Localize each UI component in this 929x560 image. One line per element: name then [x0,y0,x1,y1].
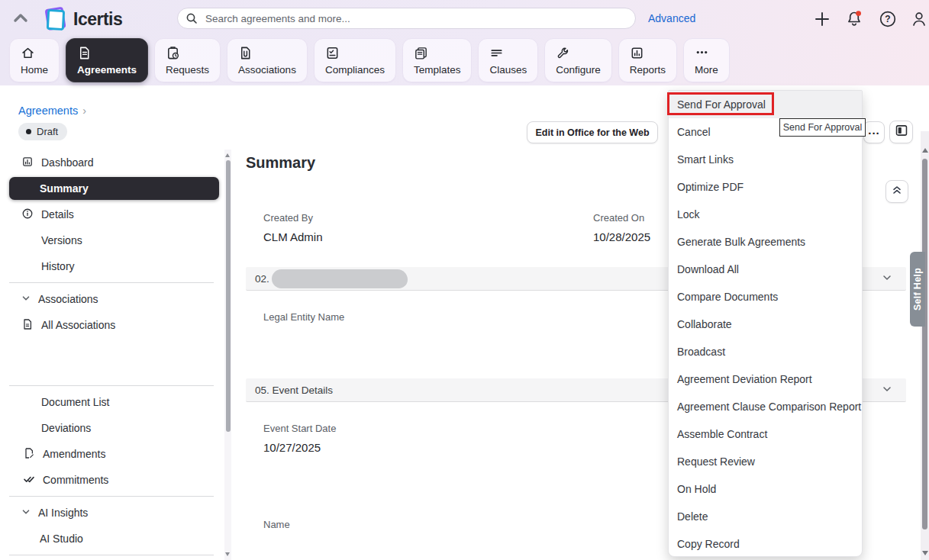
menu-item-label: Collaborate [677,318,732,330]
bell-icon[interactable] [844,9,864,29]
bar-chart-icon [630,46,644,63]
menu-item-delete[interactable]: Delete [669,503,862,530]
edit-in-office-button[interactable]: Edit in Office for the Web [527,121,658,143]
menu-item-request-review[interactable]: Request Review [669,448,862,475]
sidebar-group-ai-insights[interactable]: AI Insights [0,500,221,526]
sidebar-item-versions[interactable]: Versions [0,227,221,253]
sidebar-item-label: Versions [41,234,82,246]
clipboard-clock-icon [166,46,180,63]
advanced-search-link[interactable]: Advanced [648,12,695,24]
icertis-logo[interactable]: Icertis [40,5,122,34]
tab-agreements[interactable]: Agreements [66,38,148,82]
main-scrollbar[interactable] [921,131,929,560]
sidebar-scroll-thumb[interactable] [226,160,231,432]
menu-item-send-for-approval[interactable]: Send For Approval [669,91,862,118]
tab-home[interactable]: Home [9,38,60,82]
menu-item-label: Cancel [677,126,711,138]
tab-associations[interactable]: Associations [227,38,308,82]
menu-item-on-hold[interactable]: On Hold [669,475,862,503]
status-badge: Draft [18,123,67,140]
menu-item-collaborate[interactable]: Collaborate [669,311,862,338]
toggle-panel-button[interactable] [889,121,913,143]
status-label: Draft [37,126,58,137]
document-icon [21,318,34,333]
section-title: 02. [255,273,269,285]
menu-item-compare-documents[interactable]: Compare Documents [669,283,862,311]
tab-reports[interactable]: Reports [618,38,677,82]
chevron-down-icon [21,507,31,519]
menu-item-optimize-pdf[interactable]: Optimize PDF [669,173,862,201]
sidebar-item-commitments[interactable]: Commitments [0,467,221,493]
sidebar-item-details[interactable]: Details [0,201,221,227]
scroll-up-arrow[interactable] [922,148,928,153]
sidebar-item-summary[interactable]: Summary [9,177,219,200]
scroll-up-arrow[interactable] [225,153,230,157]
profile-icon[interactable] [909,9,929,29]
menu-item-agreement-deviation-report[interactable]: Agreement Deviation Report [669,365,862,393]
main-scroll-thumb[interactable] [922,159,927,529]
menu-item-label: Broadcast [677,346,725,358]
checklist-icon [325,46,340,63]
sidebar-item-label: AI Insights [38,507,88,519]
icertis-app: Icertis Advanced ? [0,0,929,560]
sidebar-divider [9,282,214,283]
breadcrumb[interactable]: Agreements› [18,105,86,117]
menu-item-label: Optimize PDF [677,181,744,193]
help-icon[interactable]: ? [878,9,898,29]
sidebar-item-label: All Associations [41,319,115,331]
tab-label: Reports [630,64,666,76]
record-sidebar: Dashboard Summary Details Versions Histo… [0,150,221,558]
scroll-down-arrow[interactable] [225,552,230,556]
sidebar-item-all-associations[interactable]: All Associations [0,312,221,338]
collapse-header-icon[interactable] [11,10,31,27]
menu-item-assemble-contract[interactable]: Assemble Contract [669,420,862,448]
menu-item-broadcast[interactable]: Broadcast [669,338,862,365]
more-actions-button[interactable]: ... [863,121,885,143]
sidebar-item-dashboard[interactable]: Dashboard [0,150,221,175]
lines-icon [489,46,504,63]
sidebar-item-amendments[interactable]: Amendments [0,441,221,467]
menu-item-agreement-clause-comparison-report[interactable]: Agreement Clause Comparison Report [669,393,862,420]
menu-item-generate-bulk-agreements[interactable]: Generate Bulk Agreements [669,228,862,256]
menu-item-smart-links[interactable]: Smart Links [669,146,862,173]
double-check-icon [23,473,35,488]
menu-item-lock[interactable]: Lock [669,201,862,228]
tab-templates[interactable]: Templates [402,38,473,82]
chevron-right-icon: › [82,105,86,117]
menu-item-label: Copy Record [677,538,740,550]
menu-item-label: Assemble Contract [677,428,767,440]
chevron-down-icon [21,293,31,305]
sidebar-item-deviations[interactable]: Deviations [0,415,221,441]
search-input[interactable] [177,8,636,29]
menu-item-label: On Hold [677,483,716,495]
menu-item-label: Download All [677,263,739,275]
breadcrumb-link[interactable]: Agreements [18,105,78,117]
sidebar-item-history[interactable]: History [0,253,221,279]
tab-requests[interactable]: Requests [154,38,221,82]
tab-label: Templates [414,64,461,76]
menu-item-download-all[interactable]: Download All [669,256,862,283]
menu-item-copy-record[interactable]: Copy Record [669,530,862,558]
sidebar-item-label: Associations [38,293,98,305]
sidebar-item-label: AI Studio [40,533,83,545]
self-help-tab[interactable]: Self Help [910,252,925,327]
chevron-down-icon[interactable] [882,384,892,397]
tab-label: More [695,64,718,76]
sidebar-item-ai-studio[interactable]: AI Studio [0,526,221,552]
scroll-down-arrow[interactable] [922,551,928,555]
event-start-date-value: 10/27/2025 [263,441,321,454]
sidebar-divider [9,496,214,497]
sidebar-scrollbar[interactable] [224,150,231,560]
plus-icon[interactable] [812,9,832,29]
menu-item-label: Request Review [677,455,755,468]
sidebar-group-associations[interactable]: Associations [0,286,221,312]
ellipsis-icon: ... [868,124,880,137]
tab-configure[interactable]: Configure [544,38,612,82]
tab-clauses[interactable]: Clauses [478,38,538,82]
sidebar-item-document-list[interactable]: Document List [0,389,221,415]
created-by-value: CLM Admin [263,230,323,243]
tab-more[interactable]: More [683,38,730,82]
chevron-down-icon[interactable] [882,272,892,285]
menu-item-label: Delete [677,510,708,523]
tab-compliances[interactable]: Compliances [314,38,396,82]
